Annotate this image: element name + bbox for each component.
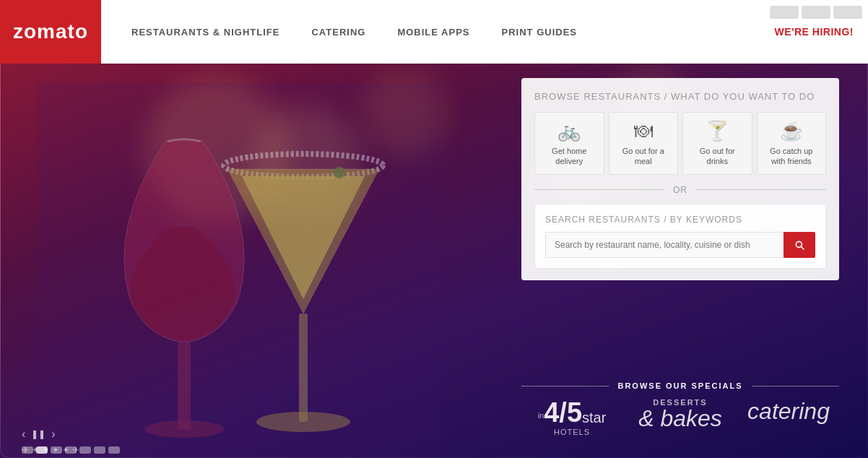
delivery-label: Get home delivery: [541, 146, 598, 167]
search-button[interactable]: [784, 232, 815, 258]
hiring-link[interactable]: WE'RE HIRING!: [775, 26, 854, 38]
search-title: SEARCH RESTAURANTS / BY KEYWORDS: [545, 215, 815, 225]
desserts-line1: DESSERTS & bakes: [630, 399, 731, 430]
star-big-text: 4/5: [544, 397, 582, 428]
hero-section: BROWSE RESTAURANTS / WHAT DO YOU WANT TO…: [0, 64, 868, 458]
misc-icons: ✈ ✦ ✦ ✦ ✦ ✈: [22, 445, 79, 455]
specials-section: BROWSE OUR SPECIALS in4/5star HOTELS DES…: [521, 381, 839, 436]
card-meal[interactable]: 🍽 Go out for a meal: [609, 112, 679, 175]
drinks-label: Go out for drinks: [689, 146, 746, 167]
meal-label: Go out for a meal: [615, 146, 672, 167]
misc-icon-2: ✦: [32, 445, 39, 455]
dot-7[interactable]: [108, 446, 120, 454]
browse-title-main: BROWSE RESTAURANTS: [534, 91, 661, 102]
search-title-main: SEARCH RESTAURANTS: [545, 215, 661, 225]
nav-restaurants[interactable]: RESTAURANTS & NIGHTLIFE: [116, 0, 295, 64]
top-right-buttons: [770, 6, 862, 19]
misc-icon-3: ✦: [42, 445, 49, 455]
specials-divider: BROWSE OUR SPECIALS: [521, 381, 839, 390]
logo-block[interactable]: zomato: [0, 0, 101, 64]
search-icon: [794, 239, 805, 251]
card-delivery[interactable]: 🚲 Get home delivery: [534, 112, 604, 175]
specials-label: BROWSE OUR SPECIALS: [617, 381, 742, 390]
browse-title-sub: / WHAT DO YOU WANT TO DO: [664, 91, 815, 102]
logo-text: zomato: [13, 20, 88, 43]
search-input[interactable]: [545, 232, 784, 258]
main-panel: BROWSE RESTAURANTS / WHAT DO YOU WANT TO…: [521, 78, 839, 280]
specials-cards: in4/5star HOTELS DESSERTS & bakes cateri…: [521, 399, 839, 436]
friends-label: Go catch up with friends: [763, 146, 820, 167]
drinks-icon: 🍸: [706, 121, 729, 140]
main-nav: RESTAURANTS & NIGHTLIFE CATERING MOBILE …: [101, 0, 868, 64]
nav-catering[interactable]: CATERING: [295, 0, 381, 64]
misc-icon-4: ✦: [52, 445, 59, 455]
dot-6[interactable]: [94, 446, 105, 454]
star-suffix: star: [582, 410, 606, 425]
glass-art: [36, 82, 440, 458]
search-row: [545, 232, 815, 258]
or-text: OR: [673, 185, 687, 195]
or-divider: OR: [534, 185, 826, 195]
pause-btn[interactable]: ❚❚: [31, 429, 45, 439]
card-friends[interactable]: ☕ Go catch up with friends: [757, 112, 827, 175]
hotels-star-display: in4/5star: [521, 399, 622, 426]
nav-print-guides[interactable]: PRINT GUIDES: [486, 0, 593, 64]
friends-icon: ☕: [780, 121, 803, 140]
catering-text: catering: [738, 399, 839, 424]
nav-mobile-apps[interactable]: MOBILE APPS: [381, 0, 485, 64]
misc-icon-1: ✈: [22, 445, 29, 455]
misc-icon-5: ✦: [62, 445, 69, 455]
desserts-bakes: & bakes: [638, 405, 722, 431]
top-btn-1[interactable]: [770, 6, 799, 19]
special-hotels[interactable]: in4/5star HOTELS: [521, 399, 622, 436]
browse-cards: 🚲 Get home delivery 🍽 Go out for a meal …: [534, 112, 826, 175]
search-section: SEARCH RESTAURANTS / BY KEYWORDS: [534, 204, 826, 269]
slideshow-controls: ‹ ❚❚ ›: [22, 428, 56, 441]
top-btn-3[interactable]: [833, 6, 862, 19]
prev-arrow[interactable]: ‹: [22, 428, 25, 441]
search-title-sub: / BY KEYWORDS: [664, 215, 742, 225]
special-catering[interactable]: catering: [738, 399, 839, 436]
next-arrow[interactable]: ›: [51, 428, 55, 441]
misc-icon-6: ✈: [72, 445, 79, 455]
svg-rect-6: [36, 82, 440, 458]
header: zomato RESTAURANTS & NIGHTLIFE CATERING …: [0, 0, 868, 64]
star-superscript: in: [538, 411, 544, 420]
hotels-label: HOTELS: [521, 428, 622, 436]
browse-title: BROWSE RESTAURANTS / WHAT DO YOU WANT TO…: [534, 91, 826, 102]
top-btn-2[interactable]: [802, 6, 830, 19]
card-drinks[interactable]: 🍸 Go out for drinks: [682, 112, 752, 175]
dot-5[interactable]: [79, 446, 91, 454]
meal-icon: 🍽: [634, 121, 653, 140]
delivery-icon: 🚲: [557, 121, 581, 140]
special-desserts[interactable]: DESSERTS & bakes: [630, 399, 731, 436]
